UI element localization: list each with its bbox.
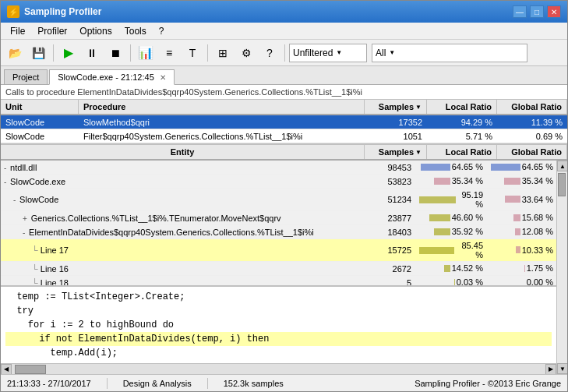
hscroll-right[interactable]: ▶ (545, 364, 556, 375)
entity-row-4[interactable]: - ElementInDataDivides$qqrp40System.Gene… (1, 225, 556, 239)
bth-samples[interactable]: Samples ▼ (365, 145, 427, 159)
hscroll-thumb[interactable] (15, 365, 46, 374)
toolbar-compare[interactable]: ⊞ (212, 43, 234, 63)
toolbar-run[interactable]: ▶ (58, 43, 79, 63)
entity-row-5[interactable]: └ Line 171572585.45 %10.33 % (1, 239, 556, 262)
th-procedure-label: Procedure (83, 102, 125, 111)
code-line-0: temp := TList<Integer>.Create; (5, 290, 552, 304)
entity-localratio-7: 0.03 % (416, 276, 486, 285)
v-scrollbar[interactable]: ▲ ▼ (556, 161, 567, 374)
top-table-row-1[interactable]: SlowCode Filter$qqrp40System.Generics.Co… (1, 129, 567, 143)
bth-localratio-label: Local Ratio (446, 147, 492, 157)
collapse-icon[interactable]: - (13, 196, 18, 204)
menu-profiler[interactable]: Profiler (31, 24, 73, 38)
bth-entity-label: Entity (171, 147, 195, 157)
bth-globalratio-label: Global Ratio (511, 147, 562, 157)
bottom-table-header: Entity Samples ▼ Local Ratio Global Rati… (1, 145, 567, 161)
global-ratio-text-2: 33.64 % (522, 195, 553, 204)
menu-tools[interactable]: Tools (118, 24, 153, 38)
local-ratio-text-3: 46.60 % (452, 213, 483, 222)
top-row1-unit: SlowCode (1, 130, 79, 143)
entity-row-3[interactable]: + Generics.Collections.%TList__1$i%.TEnu… (1, 211, 556, 225)
vscroll-down[interactable]: ▼ (557, 363, 567, 374)
entity-localratio-0: 64.65 % (416, 161, 486, 174)
toolbar-config[interactable]: ⚙ (235, 43, 257, 63)
th-unit[interactable]: Unit (1, 100, 79, 114)
collapse-icon[interactable]: - (23, 228, 27, 237)
bth-globalratio[interactable]: Global Ratio (497, 145, 567, 159)
toolbar-list[interactable]: ≡ (158, 43, 180, 63)
expand-icon[interactable]: + (23, 214, 30, 223)
h-scrollbar[interactable]: ◀ ▶ (1, 363, 556, 374)
entity-label-3: + Generics.Collections.%TList__1$i%.TEnu… (1, 212, 354, 224)
toolbar-chart[interactable]: 📊 (135, 43, 157, 63)
toolbar-sep2 (130, 44, 131, 62)
minimize-button[interactable]: — (513, 5, 527, 18)
entity-globalratio-3: 15.68 % (486, 211, 556, 224)
th-samples[interactable]: Samples ▼ (365, 100, 427, 114)
tree-table-area: - ntdll.dll9845364.65 %64.65 %- SlowCode… (1, 161, 567, 374)
close-button[interactable]: ✕ (547, 5, 561, 18)
toolbar-help-btn[interactable]: ? (259, 43, 280, 63)
code-line-2: for i := 2 to highBound do (5, 318, 552, 332)
status-sep1 (107, 378, 108, 389)
entity-globalratio-7: 0.00 % (486, 276, 556, 285)
th-samples-label: Samples (379, 102, 414, 111)
line-indent-icon: └ (32, 245, 41, 255)
bth-localratio[interactable]: Local Ratio (427, 145, 497, 159)
local-ratio-text-0: 64.65 % (452, 162, 483, 171)
code-line-3-highlighted: if not ElementInDataDivides(temp, i) the… (5, 332, 552, 346)
bth-entity[interactable]: Entity (1, 145, 365, 159)
toolbar-save[interactable]: 💾 (27, 43, 49, 63)
entity-row-1[interactable]: - SlowCode.exe5382335.34 %35.34 % (1, 175, 556, 189)
toolbar-pause[interactable]: ⏸ (81, 43, 103, 63)
tab-project[interactable]: Project (4, 69, 48, 84)
tab-project-label: Project (12, 72, 39, 82)
local-ratio-text-1: 35.34 % (452, 176, 483, 185)
top-row1-samples: 1051 (365, 130, 427, 143)
entity-row-6[interactable]: └ Line 16267214.52 %1.75 % (1, 262, 556, 276)
collapse-icon[interactable]: - (4, 164, 9, 172)
entity-label-4: - ElementInDataDivides$qqrp40System.Gene… (1, 226, 354, 238)
window-title: Sampling Profiler (24, 6, 513, 17)
local-ratio-text-7: 0.03 % (457, 277, 483, 285)
entity-globalratio-6: 1.75 % (486, 262, 556, 275)
top-row0-proc: SlowMethod$qqri (79, 116, 365, 129)
hscroll-track[interactable] (12, 364, 545, 375)
tab-file[interactable]: SlowCode.exe - 21:12:45 ✕ (49, 69, 175, 85)
entity-samples-5: 15725 (354, 244, 416, 256)
scope-dropdown[interactable]: All ▼ (372, 44, 527, 62)
th-localratio[interactable]: Local Ratio (427, 100, 497, 114)
entity-row-7[interactable]: └ Line 1850.03 %0.00 % (1, 276, 556, 285)
tab-close-icon[interactable]: ✕ (160, 73, 166, 82)
status-copyright: Sampling Profiler - ©2013 Eric Grange (415, 379, 561, 388)
global-ratio-text-3: 15.68 % (522, 213, 553, 222)
collapse-icon[interactable]: - (4, 178, 9, 186)
th-procedure[interactable]: Procedure (79, 100, 365, 114)
filter-dropdown[interactable]: Unfiltered ▼ (289, 44, 367, 62)
toolbar-text[interactable]: T (182, 43, 203, 63)
entity-row-2[interactable]: - SlowCode5123495.19 %33.64 % (1, 189, 556, 211)
entity-scroll-area[interactable]: - ntdll.dll9845364.65 %64.65 %- SlowCode… (1, 161, 556, 285)
top-row1-localratio: 5.71 % (427, 130, 497, 143)
maximize-button[interactable]: □ (530, 5, 544, 18)
sort-arrow: ▼ (415, 104, 422, 111)
menu-help[interactable]: ? (153, 24, 171, 38)
vscroll-track[interactable] (557, 171, 567, 363)
toolbar-stop[interactable]: ⏹ (104, 43, 126, 63)
th-globalratio[interactable]: Global Ratio (497, 100, 567, 114)
global-ratio-text-1: 35.34 % (522, 176, 553, 185)
entity-label-text-4: ElementInDataDivides$qqrp40System.Generi… (29, 228, 314, 237)
top-table-row-0[interactable]: SlowCode SlowMethod$qqri 17352 94.29 % 1… (1, 115, 567, 129)
entity-label-1: - SlowCode.exe (1, 175, 354, 188)
entity-globalratio-1: 35.34 % (486, 175, 556, 188)
entity-row-0[interactable]: - ntdll.dll9845364.65 %64.65 % (1, 161, 556, 175)
toolbar-open[interactable]: 📂 (4, 43, 26, 63)
hscroll-left[interactable]: ◀ (1, 364, 12, 375)
vscroll-thumb[interactable] (558, 173, 566, 196)
entity-samples-4: 18403 (354, 226, 416, 238)
menu-options[interactable]: Options (73, 24, 118, 38)
local-ratio-text-2: 95.19 % (457, 190, 483, 209)
menu-file[interactable]: File (4, 24, 31, 38)
vscroll-up[interactable]: ▲ (557, 161, 567, 171)
